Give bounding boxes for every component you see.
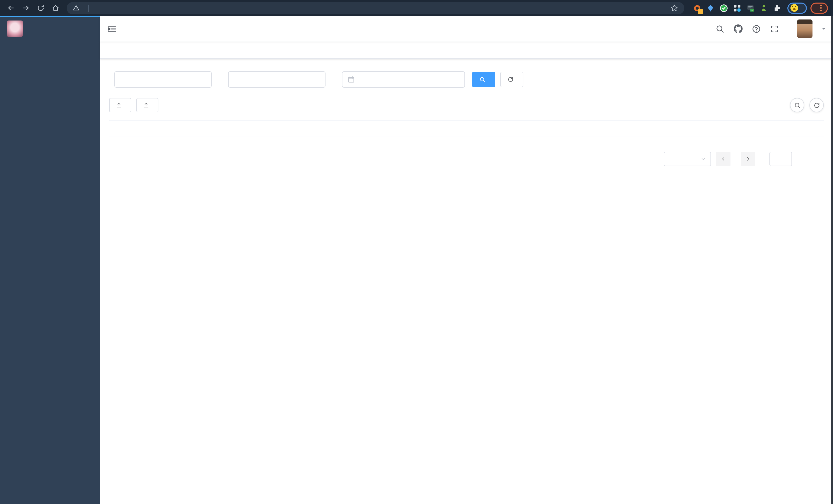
top-navbar <box>100 16 833 42</box>
window-scrollbar[interactable] <box>831 16 833 504</box>
extension-orange-icon[interactable] <box>693 4 701 12</box>
page-size-select[interactable] <box>664 152 711 166</box>
github-icon[interactable] <box>734 24 743 33</box>
browser-chrome: on <box>0 0 833 16</box>
calendar-icon <box>348 76 355 83</box>
chevron-right-icon <box>745 157 751 162</box>
extension-dark-on-icon[interactable]: on <box>746 4 755 12</box>
extensions-puzzle-icon[interactable] <box>772 4 781 12</box>
table-header-row <box>109 121 824 136</box>
extension-green-figure-icon[interactable] <box>759 4 768 12</box>
import-sql-button[interactable] <box>136 98 159 112</box>
logo-image <box>7 21 23 37</box>
extension-gem-icon[interactable] <box>706 4 715 12</box>
extension-toolbar: on <box>693 4 781 12</box>
kebab-menu-icon <box>820 7 822 9</box>
import-db-button[interactable] <box>109 98 131 112</box>
hamburger-icon[interactable] <box>107 24 117 33</box>
chevron-down-icon[interactable] <box>822 28 826 32</box>
extension-green-check-icon[interactable] <box>719 4 728 12</box>
help-icon[interactable] <box>752 24 761 33</box>
back-icon[interactable] <box>5 2 17 14</box>
table-name-input[interactable] <box>114 71 212 88</box>
create-time-range-input[interactable] <box>342 71 465 88</box>
table-toolbar <box>109 98 824 112</box>
search-icon <box>479 76 485 82</box>
forward-icon[interactable] <box>20 2 31 14</box>
codegen-table <box>109 120 824 136</box>
app-logo[interactable] <box>0 16 100 42</box>
page-content <box>100 59 833 504</box>
col-entity <box>284 121 365 136</box>
search-button[interactable] <box>472 72 495 87</box>
col-create-time <box>365 121 437 136</box>
warning-icon <box>73 5 79 11</box>
user-avatar[interactable] <box>797 20 812 38</box>
col-table-desc <box>201 121 284 136</box>
toggle-search-button[interactable] <box>790 98 804 112</box>
profile-emoji-icon <box>790 4 798 12</box>
home-icon[interactable] <box>50 2 61 14</box>
refresh-icon <box>813 102 820 109</box>
sidebar <box>0 16 100 504</box>
col-actions <box>509 121 824 136</box>
omnibox-divider <box>88 4 89 11</box>
upload-icon <box>143 102 149 108</box>
profile-paused-badge[interactable] <box>787 2 807 14</box>
search-icon[interactable] <box>716 24 724 33</box>
search-icon <box>794 102 801 109</box>
bookmark-star-icon[interactable] <box>670 4 678 12</box>
refresh-icon <box>507 76 514 82</box>
reload-icon[interactable] <box>35 2 46 14</box>
goto-page-input[interactable] <box>769 152 792 166</box>
col-table-name <box>109 121 201 136</box>
search-form <box>109 71 824 88</box>
main-panel <box>100 16 833 504</box>
url-bar[interactable] <box>67 2 684 14</box>
screen: on <box>0 0 833 504</box>
prev-page-button[interactable] <box>716 152 731 166</box>
browser-update-button[interactable] <box>810 2 828 14</box>
progress-bar <box>0 16 100 17</box>
reset-button[interactable] <box>500 72 523 87</box>
tabs-bar <box>100 42 833 59</box>
chevron-left-icon <box>721 157 726 162</box>
extension-grid-icon[interactable] <box>733 4 741 12</box>
fullscreen-icon[interactable] <box>770 24 779 33</box>
refresh-table-button[interactable] <box>809 98 824 112</box>
next-page-button[interactable] <box>741 152 755 166</box>
svg-text:on: on <box>751 9 753 11</box>
pagination <box>109 152 824 166</box>
table-desc-input[interactable] <box>228 71 326 88</box>
upload-icon <box>116 102 122 108</box>
chevron-down-icon <box>701 157 706 162</box>
col-update-time <box>437 121 509 136</box>
navbar-actions <box>716 20 826 38</box>
